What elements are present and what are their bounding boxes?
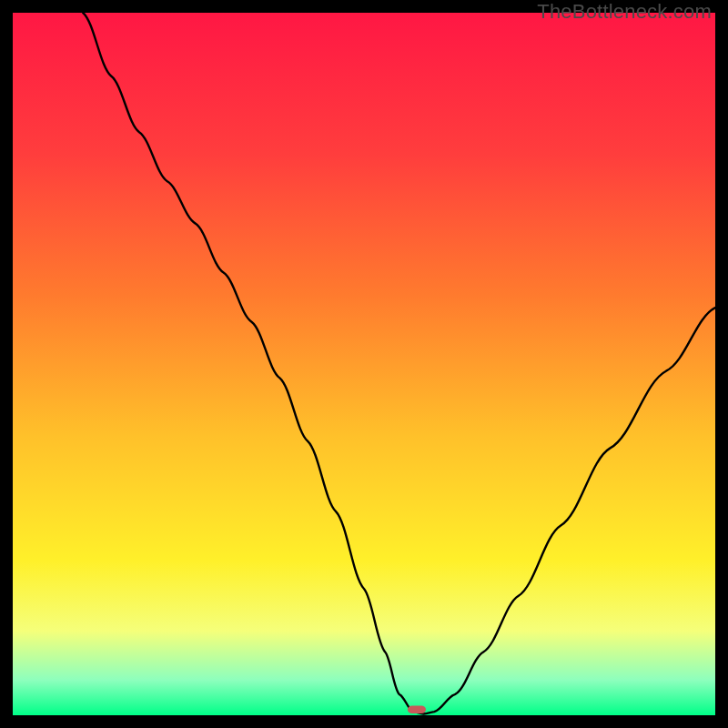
chart-frame: TheBottleneck.com (0, 0, 728, 728)
watermark-text: TheBottleneck.com (537, 0, 712, 24)
plot-area (13, 13, 715, 715)
optimal-marker (408, 706, 426, 714)
gradient-background (13, 13, 715, 715)
chart-svg (13, 13, 715, 715)
